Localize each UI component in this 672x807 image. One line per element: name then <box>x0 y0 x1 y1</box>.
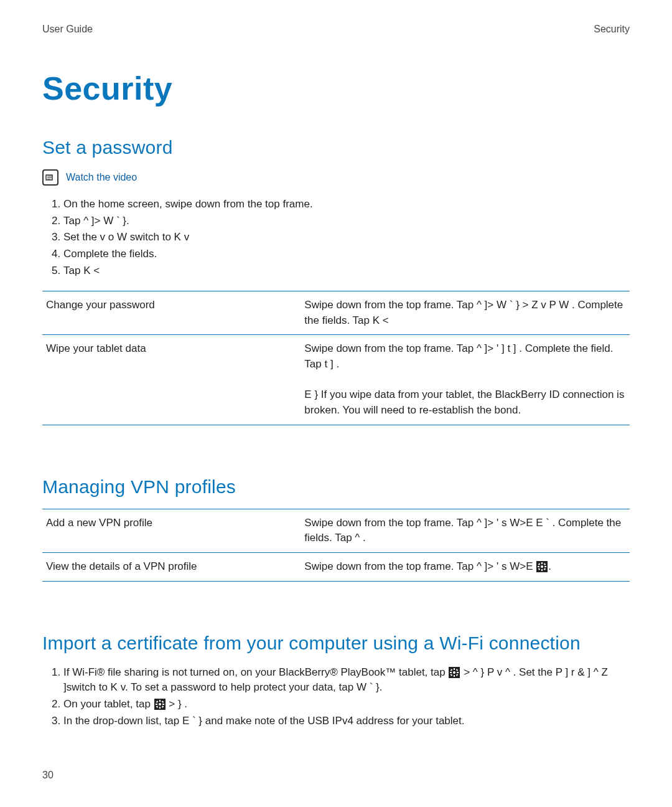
svg-rect-20 <box>450 674 453 676</box>
table-cell-right: Swipe down from the top frame. Tap ^ ]> … <box>301 552 630 581</box>
svg-rect-30 <box>161 706 164 708</box>
svg-rect-23 <box>159 700 161 702</box>
set-password-steps: On the home screen, swipe down from the … <box>42 197 630 278</box>
svg-rect-27 <box>156 701 158 703</box>
svg-rect-26 <box>162 704 164 705</box>
table-cell-left: Wipe your tablet data <box>42 335 301 425</box>
step-text: If Wi-Fi® file sharing is not turned on,… <box>63 666 448 678</box>
table-row: Add a new VPN profile Swipe down from th… <box>42 509 630 552</box>
svg-rect-5 <box>541 562 543 564</box>
svg-rect-15 <box>454 675 455 677</box>
gear-icon <box>449 667 460 678</box>
svg-rect-9 <box>538 563 541 565</box>
table-cell-right: Swipe down from the top frame. Tap ^ ]> … <box>301 291 630 335</box>
certificate-steps: If Wi-Fi® file sharing is not turned on,… <box>42 665 630 729</box>
table-cell-left: Add a new VPN profile <box>42 509 301 552</box>
svg-rect-16 <box>450 672 452 673</box>
table-row: Change your password Swipe down from the… <box>42 291 630 335</box>
table-cell-text: Swipe down from the top frame. Tap ^ ]> … <box>304 342 613 370</box>
svg-rect-11 <box>538 568 541 570</box>
table-cell-right: Swipe down from the top frame. Tap ^ ]> … <box>301 335 630 425</box>
table-cell-text: Swipe down from the top frame. Tap ^ ]> … <box>304 560 533 572</box>
header-left: User Guide <box>42 24 93 35</box>
table-cell-text: . <box>548 560 551 572</box>
table-cell-left: View the details of a VPN profile <box>42 552 301 581</box>
heading-certificate: Import a certificate from your computer … <box>42 633 630 654</box>
svg-rect-6 <box>541 569 543 571</box>
svg-rect-28 <box>161 701 164 703</box>
svg-point-22 <box>159 703 161 706</box>
svg-rect-14 <box>454 668 455 670</box>
step-item: On your tablet, tap > } . <box>63 697 630 712</box>
header-right: Security <box>594 24 630 35</box>
table-cell-note: E } If you wipe data from your tablet, t… <box>304 389 624 416</box>
table-row: View the details of a VPN profile Swipe … <box>42 552 630 581</box>
svg-rect-19 <box>456 669 459 671</box>
step-text: On your tablet, tap <box>63 698 154 710</box>
gear-icon <box>536 561 548 572</box>
gear-icon <box>154 699 166 710</box>
step-item: Set the v o W switch to K v <box>63 230 630 245</box>
watch-video-link[interactable]: Watch the video <box>66 172 137 183</box>
page-number: 30 <box>42 770 54 781</box>
svg-rect-18 <box>450 669 453 671</box>
page-header: User Guide Security <box>42 24 630 35</box>
svg-point-4 <box>541 565 543 568</box>
page-title: Security <box>42 70 630 107</box>
step-item: Tap K < <box>63 263 630 279</box>
svg-rect-24 <box>159 707 161 709</box>
svg-rect-3 <box>47 179 50 180</box>
svg-rect-10 <box>544 563 546 565</box>
heading-vpn: Managing VPN profiles <box>42 476 630 498</box>
table-cell-left: Change your password <box>42 291 301 335</box>
step-item: If Wi-Fi® file sharing is not turned on,… <box>63 665 630 696</box>
svg-rect-25 <box>156 704 157 705</box>
svg-rect-7 <box>538 566 539 567</box>
svg-rect-8 <box>544 566 546 567</box>
table-cell-right: Swipe down from the top frame. Tap ^ ]> … <box>301 509 630 552</box>
set-password-table: Change your password Swipe down from the… <box>42 291 630 425</box>
svg-rect-21 <box>456 674 459 676</box>
step-item: Tap ^ ]> W ` }. <box>63 214 630 229</box>
svg-rect-1 <box>47 176 52 177</box>
video-icon <box>42 169 58 186</box>
vpn-table: Add a new VPN profile Swipe down from th… <box>42 509 630 582</box>
step-item: On the home screen, swipe down from the … <box>63 197 630 212</box>
heading-set-password: Set a password <box>42 137 630 158</box>
step-item: Complete the fields. <box>63 247 630 262</box>
watch-video-row[interactable]: Watch the video <box>42 169 630 186</box>
step-item: In the drop-down list, tap E ` } and mak… <box>63 714 630 729</box>
svg-rect-17 <box>457 672 459 673</box>
step-text: > } . <box>166 698 188 710</box>
svg-rect-29 <box>156 706 158 708</box>
svg-rect-12 <box>544 568 546 570</box>
svg-rect-2 <box>47 177 52 178</box>
table-row: Wipe your tablet data Swipe down from th… <box>42 335 630 425</box>
svg-point-13 <box>453 671 455 674</box>
